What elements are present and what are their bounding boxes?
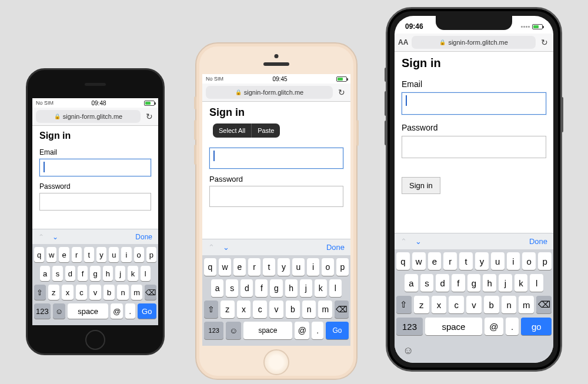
dot-key[interactable]: . <box>312 322 323 339</box>
key-o[interactable]: o <box>522 252 536 270</box>
key-e[interactable]: e <box>233 258 246 276</box>
key-l[interactable]: l <box>141 266 151 281</box>
home-button[interactable] <box>263 349 289 375</box>
key-s[interactable]: s <box>420 274 434 292</box>
prev-field-icon[interactable]: ⌃ <box>208 243 215 252</box>
key-y[interactable]: y <box>96 247 106 262</box>
key-i[interactable]: i <box>307 258 319 276</box>
space-key[interactable]: space <box>425 318 482 335</box>
at-key[interactable]: @ <box>111 303 123 319</box>
next-field-icon[interactable]: ⌄ <box>223 243 229 252</box>
shift-key[interactable]: ⇧ <box>396 296 412 313</box>
key-k[interactable]: k <box>128 266 138 281</box>
space-key[interactable]: space <box>68 303 109 319</box>
key-x[interactable]: x <box>62 285 74 300</box>
go-key[interactable]: Go <box>138 303 157 319</box>
key-c[interactable]: c <box>76 285 88 300</box>
key-z[interactable]: z <box>414 296 429 313</box>
key-j[interactable]: j <box>115 266 125 281</box>
key-b[interactable]: b <box>484 296 499 313</box>
url-field[interactable]: 🔒 signin-form.glitch.me <box>206 86 333 99</box>
key-d[interactable]: d <box>65 266 75 281</box>
key-i[interactable]: i <box>121 247 131 262</box>
key-l[interactable]: l <box>329 279 342 297</box>
dot-key[interactable]: . <box>125 303 135 319</box>
key-o[interactable]: o <box>134 247 144 262</box>
key-g[interactable]: g <box>270 279 282 297</box>
key-q[interactable]: q <box>396 252 410 270</box>
key-a[interactable]: a <box>40 266 50 281</box>
shift-key[interactable]: ⇧ <box>204 300 218 318</box>
key-f[interactable]: f <box>255 279 268 297</box>
numbers-key[interactable]: 123 <box>34 303 51 319</box>
keyboard-done-button[interactable]: Done <box>529 237 547 246</box>
refresh-icon[interactable]: ↻ <box>144 112 155 121</box>
next-field-icon[interactable]: ⌄ <box>52 233 58 241</box>
key-p[interactable]: p <box>538 252 552 270</box>
email-field[interactable] <box>402 92 546 115</box>
numbers-key[interactable]: 123 <box>396 318 423 335</box>
key-a[interactable]: a <box>405 274 418 292</box>
key-n[interactable]: n <box>117 285 129 300</box>
key-v[interactable]: v <box>89 285 101 300</box>
key-t[interactable]: t <box>459 252 473 270</box>
key-m[interactable]: m <box>318 300 332 318</box>
key-h[interactable]: h <box>285 279 298 297</box>
emoji-key[interactable]: ☺ <box>53 303 65 319</box>
key-x[interactable]: x <box>237 300 251 318</box>
email-field[interactable] <box>39 159 151 176</box>
key-c[interactable]: c <box>253 300 267 318</box>
email-field[interactable] <box>209 148 343 169</box>
key-b[interactable]: b <box>286 300 300 318</box>
key-p[interactable]: p <box>146 247 156 262</box>
key-s[interactable]: s <box>52 266 62 281</box>
key-y[interactable]: y <box>475 252 489 270</box>
key-g[interactable]: g <box>467 274 481 292</box>
key-e[interactable]: e <box>59 247 69 262</box>
key-f[interactable]: f <box>78 266 88 281</box>
url-field[interactable]: 🔒 signin-form.glitch.me <box>412 36 536 49</box>
paste-button[interactable]: Paste <box>252 123 280 138</box>
password-field[interactable] <box>402 136 546 158</box>
key-w[interactable]: w <box>46 247 56 262</box>
key-h[interactable]: h <box>483 274 496 292</box>
space-key[interactable]: space <box>243 322 293 339</box>
key-i[interactable]: i <box>507 252 520 270</box>
at-key[interactable]: @ <box>485 318 503 335</box>
home-button[interactable] <box>85 330 105 350</box>
signin-button[interactable]: Sign in <box>402 177 440 194</box>
key-c[interactable]: c <box>449 296 464 313</box>
key-m[interactable]: m <box>519 296 534 313</box>
key-q[interactable]: q <box>204 258 216 276</box>
key-o[interactable]: o <box>322 258 334 276</box>
key-h[interactable]: h <box>103 266 113 281</box>
keyboard-done-button[interactable]: Done <box>135 233 152 241</box>
key-j[interactable]: j <box>499 274 512 292</box>
key-j[interactable]: j <box>300 279 312 297</box>
numbers-key[interactable]: 123 <box>204 322 223 339</box>
text-size-button[interactable]: AA <box>398 38 408 46</box>
key-q[interactable]: q <box>34 247 44 262</box>
key-r[interactable]: r <box>443 252 457 270</box>
backspace-key[interactable]: ⌫ <box>536 296 552 313</box>
url-field[interactable]: 🔒 signin-form.glitch.me <box>36 110 141 123</box>
password-field[interactable] <box>209 186 343 207</box>
key-l[interactable]: l <box>530 274 543 292</box>
at-key[interactable]: @ <box>295 322 309 339</box>
keyboard-done-button[interactable]: Done <box>326 243 345 252</box>
key-e[interactable]: e <box>428 252 442 270</box>
backspace-key[interactable]: ⌫ <box>145 285 156 300</box>
key-p[interactable]: p <box>336 258 349 276</box>
key-n[interactable]: n <box>302 300 316 318</box>
go-key[interactable]: go <box>521 318 552 335</box>
key-a[interactable]: a <box>211 279 223 297</box>
key-w[interactable]: w <box>412 252 426 270</box>
emoji-key[interactable]: ☺ <box>226 322 240 339</box>
key-z[interactable]: z <box>48 285 60 300</box>
key-v[interactable]: v <box>466 296 482 313</box>
prev-field-icon[interactable]: ⌃ <box>38 233 44 241</box>
key-w[interactable]: w <box>219 258 231 276</box>
backspace-key[interactable]: ⌫ <box>335 300 349 318</box>
key-m[interactable]: m <box>131 285 143 300</box>
key-d[interactable]: d <box>240 279 253 297</box>
